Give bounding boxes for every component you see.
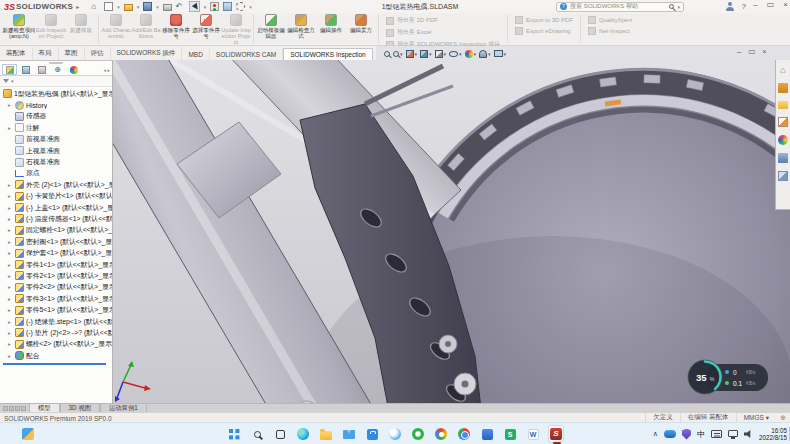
edge-icon[interactable] (295, 425, 311, 443)
view-palette-icon[interactable] (778, 117, 788, 127)
hidden-icons-chevron[interactable]: ∧ (653, 430, 658, 438)
displaymanager-tab[interactable] (66, 64, 81, 75)
options-caret-icon[interactable]: ▾ (249, 4, 252, 10)
remove-balloons-button[interactable]: 移除零件序号 (161, 13, 191, 45)
expand-arrow-icon[interactable]: ▸ (8, 330, 15, 336)
chrome-icon[interactable] (456, 425, 472, 443)
edit-vendors-button[interactable]: 编辑卖方 (346, 13, 376, 45)
mail-icon[interactable] (341, 425, 357, 443)
export-3d-pdf-button[interactable]: Export to 3D PDF (515, 16, 573, 24)
export-edrawing-button[interactable]: Export eDrawing (515, 27, 573, 35)
propertymanager-tab[interactable] (18, 64, 33, 75)
tree-item-top-plane[interactable]: 上视基准面 (0, 145, 112, 156)
tree-item-sensors[interactable]: 传感器 (0, 111, 112, 122)
select-balloons-button[interactable]: 选择零件序号 (191, 13, 221, 45)
tree-item-component[interactable]: ▸(-) 绝缘垫.step<1> (默认<<默认> (0, 316, 112, 327)
widgets-icon[interactable] (22, 428, 34, 440)
save-icon[interactable] (143, 2, 152, 11)
hide-show-items-icon[interactable]: ▾ (449, 51, 462, 57)
reader-app-icon[interactable] (479, 425, 495, 443)
tree-item-component[interactable]: ▸密封圈<1> (默认<<默认>_显示状 (0, 236, 112, 247)
taskbar-search-icon[interactable] (249, 425, 265, 443)
tab-sw-cam[interactable]: SOLIDWORKS CAM (210, 49, 283, 60)
options-gear-icon[interactable] (236, 2, 245, 11)
new-template-button[interactable]: 新建模板 (66, 13, 96, 45)
user-account-icon[interactable] (726, 2, 734, 11)
tree-item-origin[interactable]: 原点 (0, 168, 112, 179)
doc-restore-button[interactable]: ▭ (748, 47, 755, 56)
expand-arrow-icon[interactable]: ▸ (8, 102, 15, 108)
minimize-button[interactable]: – (753, 0, 757, 9)
tree-item-component[interactable]: ▸(-) 上盖<1> (默认<<默认>_显示状 (0, 202, 112, 213)
design-library-icon[interactable] (778, 83, 788, 93)
tree-end-bar[interactable] (3, 363, 106, 365)
expand-arrow-icon[interactable]: ▸ (8, 205, 15, 211)
search-box[interactable]: ? 搜索 SOLIDWORKS 帮助 ▾ (556, 2, 684, 12)
expand-arrow-icon[interactable]: ▸ (8, 273, 15, 279)
zoom-to-fit-icon[interactable] (384, 51, 390, 57)
rebuild-icon[interactable] (210, 2, 219, 11)
export-excel-button[interactable]: 导出至 Excel (386, 28, 500, 37)
dimxpertmanager-tab[interactable]: ⊕ (50, 64, 65, 75)
tab-evaluate[interactable]: 评估 (85, 47, 111, 60)
tree-item-component[interactable]: ▸零件2<2> (默认<<默认>_显示状态 (0, 282, 112, 293)
new-document-icon[interactable] (104, 2, 113, 11)
tab-model[interactable]: 模型 (29, 404, 60, 412)
new-caret-icon[interactable]: ▾ (117, 4, 120, 10)
tree-root-assembly[interactable]: 1型铠装热电偶 (默认<默认>_显示状态-1 (0, 88, 112, 99)
save-caret-icon[interactable]: ▾ (156, 4, 159, 10)
select-caret-icon[interactable]: ▾ (204, 4, 207, 10)
tree-item-component[interactable]: ▸零件3<1> (默认<<默认>_显示状态 (0, 293, 112, 304)
model-render[interactable]: 35 % 0 KB/s 0.1 KB/s (113, 46, 790, 403)
green-s-app-icon[interactable]: S (502, 425, 518, 443)
graphics-area[interactable]: 35 % 0 KB/s 0.1 KB/s (113, 46, 790, 403)
security-shield-icon[interactable] (682, 429, 691, 440)
undo-icon[interactable]: ↶ (176, 2, 185, 11)
expand-arrow-icon[interactable]: ▸ (8, 182, 15, 188)
view-orientation-icon[interactable]: ▾ (420, 50, 432, 58)
tree-item-component[interactable]: ▸零件1<1> (默认<<默认>_显示状态 (0, 259, 112, 270)
store-icon[interactable] (364, 425, 380, 443)
expand-arrow-icon[interactable]: ▸ (8, 341, 15, 347)
tree-item-component[interactable]: ▸外壳 (2)<1> (默认<<默认>_显示状 (0, 179, 112, 190)
menu-expand-arrow-icon[interactable]: ▸ (76, 3, 79, 10)
expand-arrow-icon[interactable]: ▸ (8, 319, 15, 325)
add-characteristic-button[interactable]: Add Characteristic (101, 13, 131, 45)
search-scope-icon[interactable]: ? (560, 3, 567, 10)
expand-arrow-icon[interactable]: ▸ (8, 262, 15, 268)
solidworks-taskbar-icon[interactable]: S (548, 425, 564, 443)
print-icon[interactable] (163, 4, 172, 11)
edit-operations-button[interactable]: 编辑操作 (316, 13, 346, 45)
expand-arrow-icon[interactable]: ▸ (8, 250, 15, 256)
tree-item-component[interactable]: ▸(-) 温度传感器<1> (默认<<默认>_ (0, 213, 112, 224)
solidworks-resources-icon[interactable]: ⌂ (778, 65, 788, 75)
splitter-handles[interactable] (0, 404, 29, 412)
tree-item-component[interactable]: ▸零件5<1> (默认<<默认>_显示状态 (0, 304, 112, 315)
new-inspection-project-button[interactable]: 新建检查项目 (amp;N) (2, 13, 36, 45)
appearances-scenes-icon[interactable] (778, 135, 788, 145)
browser-green-icon[interactable] (410, 425, 426, 443)
tab-sw-addins[interactable]: SOLIDWORKS 插件 (111, 47, 183, 60)
units-selector[interactable]: MMGS▾ (736, 413, 777, 422)
tab-sw-inspection[interactable]: SOLIDWORKS Inspection (283, 48, 373, 60)
edit-inspection-project-button[interactable]: Edit Inspection Project (36, 13, 66, 45)
expand-arrow-icon[interactable]: ▸ (8, 193, 15, 199)
cast-display-icon[interactable] (728, 430, 738, 437)
filter-caret-icon[interactable]: ▾ (11, 78, 14, 84)
expand-arrow-icon[interactable]: ▸ (8, 284, 15, 290)
view-settings-icon[interactable]: ▾ (494, 50, 507, 57)
tree-item-history[interactable]: ▸History (0, 99, 112, 110)
configurationmanager-tab[interactable] (34, 64, 49, 75)
doc-close-button[interactable]: × (762, 47, 766, 56)
wps-office-icon[interactable]: W (525, 425, 541, 443)
tree-item-right-plane[interactable]: 右视基准面 (0, 156, 112, 167)
tree-item-mates[interactable]: ▸配合 (0, 350, 112, 361)
tab-sketch[interactable]: 草图 (59, 47, 85, 60)
browser-360-icon[interactable] (433, 425, 449, 443)
expand-arrow-icon[interactable]: ▸ (8, 307, 15, 313)
file-explorer-pane-icon[interactable] (778, 101, 788, 109)
browser-cloud-icon[interactable] (387, 425, 403, 443)
edit-appearance-icon[interactable]: ▾ (465, 50, 477, 58)
open-caret-icon[interactable]: ▾ (137, 4, 140, 10)
ime-language-indicator[interactable]: 中 (697, 429, 705, 440)
